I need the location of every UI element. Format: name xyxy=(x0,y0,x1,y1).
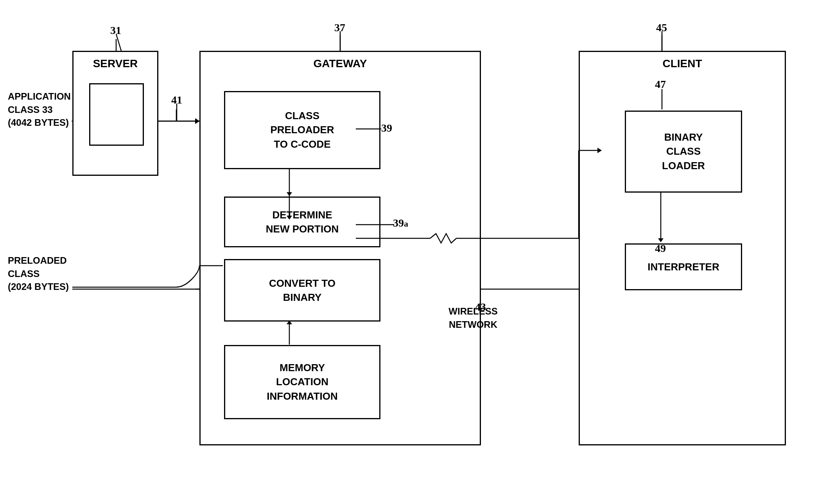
client-box: CLIENT BINARYCLASSLOADER INTERPRETER xyxy=(579,51,786,445)
ref-49: 49 xyxy=(655,242,666,255)
ref-39a: 39a xyxy=(393,217,408,229)
class-preloader-label: CLASSPRELOADERTO C-CODE xyxy=(270,109,334,151)
wireless-network-label: WIRELESSNETWORK xyxy=(438,305,508,331)
server-inner-box xyxy=(89,83,144,146)
ref-31: 31 xyxy=(110,24,121,37)
memory-location-box: MEMORYLOCATIONINFORMATION xyxy=(224,345,380,419)
memory-location-label: MEMORYLOCATIONINFORMATION xyxy=(267,361,338,403)
preloaded-class-label: PRELOADEDCLASS(2024 BYTES) xyxy=(8,254,70,293)
ref-47: 47 xyxy=(655,78,666,91)
convert-to-binary-box: CONVERT TOBINARY xyxy=(224,259,380,322)
ref-39: 39 xyxy=(381,122,392,134)
client-label: CLIENT xyxy=(580,57,785,71)
determine-new-portion-label: DETERMINENEW PORTION xyxy=(266,208,339,236)
server-label: SERVER xyxy=(74,57,157,71)
gateway-label: GATEWAY xyxy=(201,57,480,71)
server-box: SERVER xyxy=(72,51,158,176)
binary-class-loader-label: BINARYCLASSLOADER xyxy=(662,130,705,173)
binary-class-loader-box: BINARYCLASSLOADER xyxy=(625,111,742,193)
class-preloader-box: CLASSPRELOADERTO C-CODE xyxy=(224,91,380,169)
determine-new-portion-box: DETERMINENEW PORTION xyxy=(224,197,380,247)
interpreter-label: INTERPRETER xyxy=(647,260,719,274)
svg-marker-5 xyxy=(195,118,199,124)
convert-to-binary-label: CONVERT TOBINARY xyxy=(269,276,335,305)
ref-37: 37 xyxy=(334,21,345,34)
svg-marker-30 xyxy=(195,118,199,124)
ref-41: 41 xyxy=(171,94,182,106)
diagram-container: SERVER GATEWAY CLASSPRELOADERTO C-CODE D… xyxy=(0,0,834,504)
gateway-box: GATEWAY CLASSPRELOADERTO C-CODE DETERMIN… xyxy=(199,51,481,445)
interpreter-box: INTERPRETER xyxy=(625,243,742,290)
application-class-label: APPLICATIONCLASS 33(4042 BYTES) xyxy=(8,90,70,129)
ref-45: 45 xyxy=(656,21,667,34)
